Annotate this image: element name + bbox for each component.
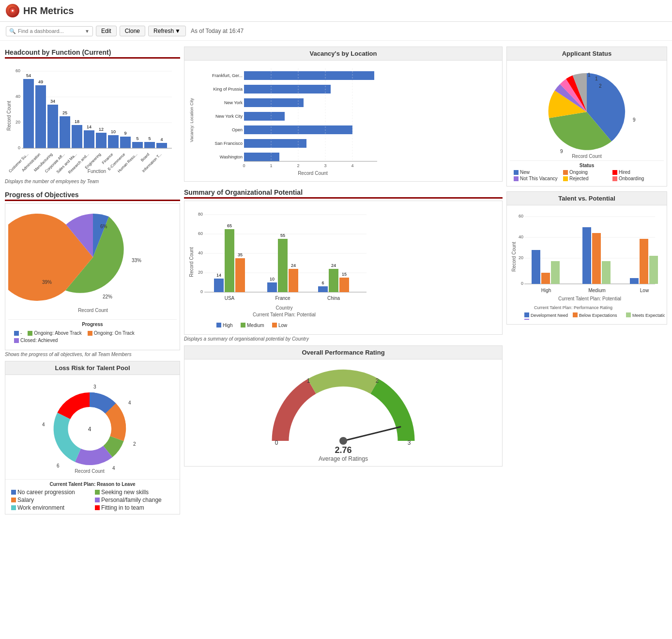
svg-text:60: 60: [198, 231, 203, 236]
toolbar: 🔍 ▼ Edit Clone Refresh ▼ As of Today at …: [0, 22, 672, 41]
svg-text:Below Expectations: Below Expectations: [579, 313, 617, 318]
applicant-chart: 2 1 1 9 9 Record Count: [514, 63, 659, 160]
svg-text:20: 20: [519, 255, 523, 260]
svg-text:Current Talent Plan: Performan: Current Talent Plan: Performance Rating: [534, 305, 612, 310]
talent-chart: Record Count 60 40 20 0: [510, 208, 665, 320]
applicant-legend: New Ongoing Hired Not This Vacancy Rejec…: [512, 170, 662, 181]
svg-text:9: 9: [124, 131, 126, 136]
svg-rect-167: [524, 312, 529, 317]
svg-text:0: 0: [243, 163, 245, 168]
applicant-section: Applicant Status: [506, 47, 667, 187]
svg-text:15: 15: [342, 272, 347, 277]
svg-rect-24: [96, 133, 107, 148]
svg-text:3: 3: [408, 439, 411, 446]
refresh-dropdown-icon[interactable]: ▼: [175, 28, 181, 34]
svg-text:54: 54: [26, 73, 31, 78]
svg-text:Frankfurt, Ger...: Frankfurt, Ger...: [212, 73, 243, 78]
svg-text:4: 4: [351, 163, 353, 168]
loss-risk-legend: No career progression Seeking new skills…: [7, 488, 178, 512]
svg-rect-158: [592, 233, 601, 284]
svg-rect-66: [244, 71, 374, 80]
svg-rect-109: [267, 282, 277, 292]
org-potential-chart: Record Count 80 60 40 20 0: [187, 204, 376, 330]
svg-rect-154: [541, 273, 550, 284]
performance-title: Overall Performance Rating: [184, 346, 502, 359]
svg-text:2.76: 2.76: [335, 445, 351, 455]
svg-text:6: 6: [57, 463, 60, 468]
svg-rect-116: [318, 286, 328, 292]
svg-text:Record Count: Record Count: [75, 468, 105, 474]
progress-legend-label: Progress: [10, 322, 175, 327]
svg-rect-78: [244, 153, 279, 161]
search-dropdown-icon[interactable]: ▼: [85, 29, 90, 34]
refresh-button[interactable]: Refresh ▼: [148, 26, 186, 36]
svg-text:Washington: Washington: [220, 155, 243, 159]
svg-text:60: 60: [519, 214, 523, 218]
loss-risk-chart: 4 3 4 2 6 4 4 Record Count: [8, 378, 170, 475]
loss-risk-title: Loss Risk for Talent Pool: [5, 361, 180, 375]
svg-rect-113: [289, 269, 298, 292]
clone-button[interactable]: Clone: [120, 26, 145, 36]
svg-rect-70: [244, 98, 304, 107]
svg-text:France: France: [275, 296, 290, 301]
svg-text:0: 0: [200, 289, 203, 294]
app-header: HR Metrics: [0, 0, 672, 22]
svg-text:49: 49: [38, 79, 43, 84]
talent-section: Talent vs. Potential Record Count 60 40 …: [506, 191, 667, 325]
svg-text:14: 14: [87, 125, 92, 129]
right-column: Applicant Status: [504, 45, 669, 516]
svg-text:3: 3: [324, 163, 326, 168]
svg-text:New York: New York: [224, 100, 243, 105]
progress-chart: 6% 33% 39% 22% Record Count: [8, 206, 175, 318]
svg-text:1: 1: [588, 72, 591, 78]
svg-rect-16: [47, 105, 58, 148]
svg-text:3: 3: [93, 384, 96, 390]
timestamp: As of Today at 16:47: [191, 28, 244, 34]
svg-rect-104: [225, 229, 234, 292]
svg-rect-20: [72, 125, 82, 148]
headcount-title: Headcount by Function (Current): [5, 47, 180, 59]
svg-text:1: 1: [595, 76, 598, 81]
svg-text:High: High: [223, 323, 233, 328]
svg-text:6%: 6%: [100, 224, 107, 229]
svg-text:Current Talent Plan: Potential: Current Talent Plan: Potential: [558, 296, 621, 301]
svg-rect-153: [532, 250, 540, 284]
svg-text:2: 2: [599, 83, 602, 89]
svg-text:4: 4: [112, 466, 115, 471]
svg-rect-171: [626, 312, 631, 317]
app-icon: [6, 4, 19, 17]
svg-rect-127: [241, 323, 245, 327]
svg-text:Development Need: Development Need: [531, 313, 568, 318]
svg-text:40: 40: [198, 250, 203, 255]
svg-text:Medium: Medium: [588, 288, 606, 293]
svg-text:Function: Function: [88, 169, 106, 174]
svg-rect-118: [329, 269, 338, 292]
svg-text:2: 2: [376, 377, 379, 384]
svg-text:40: 40: [519, 234, 523, 239]
svg-text:Record Count: Record Count: [78, 308, 108, 313]
svg-rect-111: [278, 239, 288, 292]
svg-text:18: 18: [75, 119, 79, 124]
legend-color-on-track: [88, 331, 92, 336]
svg-rect-68: [244, 85, 331, 94]
dashboard-search-box[interactable]: 🔍 ▼: [6, 26, 93, 36]
svg-rect-125: [216, 323, 221, 327]
search-input[interactable]: [18, 28, 85, 34]
svg-text:Record Count: Record Count: [189, 247, 194, 277]
legend-item-on-track: Ongoing: On Track: [88, 330, 135, 336]
svg-text:1: 1: [307, 377, 310, 384]
svg-text:0: 0: [521, 281, 523, 286]
svg-text:9: 9: [560, 149, 563, 154]
svg-rect-34: [156, 143, 167, 148]
svg-rect-161: [630, 278, 639, 284]
svg-text:Record Count: Record Count: [298, 171, 328, 176]
svg-text:5: 5: [136, 136, 138, 141]
svg-text:34: 34: [50, 99, 55, 104]
svg-text:Open: Open: [232, 127, 243, 132]
edit-button[interactable]: Edit: [96, 26, 117, 36]
svg-text:4: 4: [88, 426, 92, 433]
svg-text:25: 25: [62, 110, 67, 115]
svg-text:4: 4: [128, 400, 131, 405]
svg-rect-155: [551, 261, 560, 284]
svg-text:High: High: [541, 288, 551, 293]
